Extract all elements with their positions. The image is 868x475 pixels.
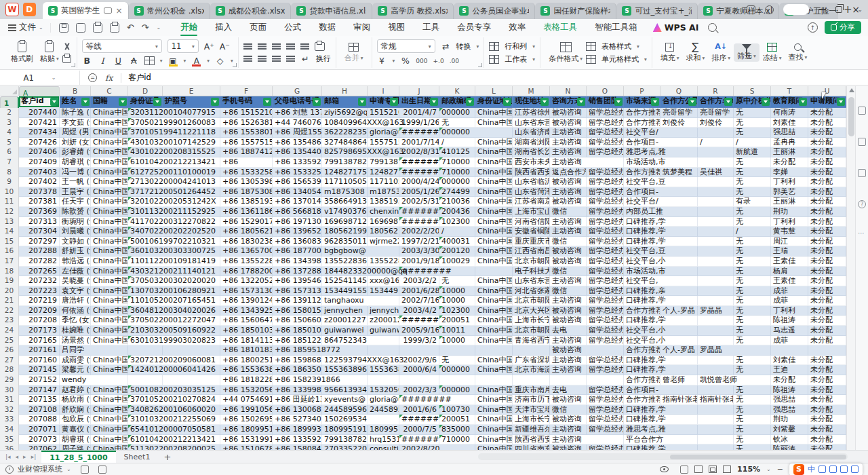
cell-K6[interactable]: 410125	[439, 147, 475, 157]
file-tab[interactable]: S英国留学生×	[43, 2, 129, 19]
cell-Q26[interactable]: 个人-罗晶	[660, 345, 698, 356]
cell-R2[interactable]: 亮哥留学	[698, 108, 734, 118]
cell-P2[interactable]: 合作方推荐	[624, 108, 660, 118]
cell-I9[interactable]: 117110505	[368, 177, 399, 187]
cell-H21[interactable]: tanghaoxu	[322, 296, 368, 306]
cell-F34[interactable]: +86 18099519	[220, 425, 273, 435]
cell-L14[interactable]: China中国	[475, 227, 513, 237]
column-header-R[interactable]: R	[698, 86, 734, 96]
cell-K17[interactable]: 100029	[439, 256, 475, 267]
next-sheet-icon[interactable]: ▸	[23, 453, 26, 460]
filter-dropdown-icon[interactable]	[466, 98, 474, 106]
cell-N33[interactable]: 被动咨询	[550, 415, 587, 425]
cell-H2[interactable]: ziyi5692@q	[322, 108, 368, 118]
cell-S9[interactable]: 无	[734, 177, 771, 187]
horizontal-scrollbar[interactable]	[478, 453, 848, 460]
cell-L28[interactable]: China中国	[475, 365, 513, 375]
cell-O29[interactable]	[587, 375, 624, 385]
cell-F3[interactable]: +86 15263810	[220, 118, 273, 128]
cell-R11[interactable]	[698, 197, 734, 207]
cell-P10[interactable]: 合作项目-	[624, 187, 660, 197]
cell-A11[interactable]: 207381	[19, 197, 60, 207]
cell-G21[interactable]: +86 1391129694	[273, 296, 322, 306]
cell-H17[interactable]: 135522836	[322, 256, 368, 267]
cell-L4[interactable]	[475, 128, 513, 138]
row-header-9[interactable]: 9	[0, 177, 19, 187]
filter-dropdown-icon[interactable]	[313, 98, 321, 106]
cell-G24[interactable]: +86 1850103098	[273, 326, 322, 336]
cell-P8[interactable]: 合作方推荐	[624, 168, 660, 178]
cell-R20[interactable]	[698, 286, 734, 297]
cell-K29[interactable]	[439, 375, 475, 385]
cell-I14[interactable]: 180562199	[368, 227, 399, 237]
add-sheet-button[interactable]: +	[158, 452, 176, 462]
cell-O2[interactable]: 留学总经办	[587, 108, 624, 118]
cell-A34[interactable]: 207071	[19, 425, 60, 435]
export-icon[interactable]	[76, 23, 85, 33]
cell-J5[interactable]: 2001/7/14	[399, 138, 439, 148]
column-header-P[interactable]: P	[624, 86, 660, 96]
cell-G22[interactable]: +86 1580156591	[273, 306, 322, 316]
cell-L33[interactable]: China中国	[475, 415, 513, 425]
cell-K32[interactable]: 100730	[439, 405, 475, 415]
cell-M8[interactable]: 陕西省西安	[513, 168, 550, 178]
cell-B36[interactable]: 周子路 (女	[60, 444, 91, 450]
cell-T7[interactable]: 未分配	[771, 157, 808, 168]
cell-S21[interactable]: 无	[734, 296, 771, 306]
insert-function-icon[interactable]: fx	[105, 73, 113, 83]
cell-L24[interactable]: China中国	[475, 326, 513, 336]
cell-T24[interactable]: 马志遥	[771, 326, 808, 336]
cell-S13[interactable]: 无	[734, 217, 771, 227]
cell-H32[interactable]: 244589596	[322, 405, 368, 415]
column-header-L[interactable]: L	[475, 86, 513, 96]
cell-Q21[interactable]	[660, 296, 698, 306]
header-cell-D1[interactable]: 身份证号	[128, 96, 163, 108]
row-header-3[interactable]: 3	[0, 118, 19, 128]
magnify-selection-icon[interactable]: =	[88, 73, 97, 82]
cell-S6[interactable]: 新航道	[734, 147, 771, 157]
cell-S32[interactable]: 无	[734, 405, 771, 415]
cell-U16[interactable]: 未分配	[808, 246, 846, 256]
tab-页面[interactable]: 页面	[241, 19, 275, 36]
cell-J11[interactable]: 2002/5/31	[399, 197, 439, 207]
cell-L27[interactable]: China中国	[475, 356, 513, 366]
cell-Q13[interactable]	[660, 217, 698, 227]
cell-U14[interactable]: 未分配	[808, 227, 846, 237]
cell-J17[interactable]: 2001/9/18	[399, 256, 439, 267]
close-button[interactable]: ×	[852, 4, 860, 15]
cell-O6[interactable]: 留学总经办	[587, 147, 624, 157]
cell-D17[interactable]: 110112200109181419	[128, 256, 163, 267]
cell-Q12[interactable]	[660, 207, 698, 217]
calendar-icon[interactable]	[858, 107, 866, 115]
cell-M5[interactable]: 湖南省浏阳	[513, 138, 550, 148]
cell-J16[interactable]: 2003/3/30	[399, 246, 439, 256]
cell-N17[interactable]: 被动咨询	[550, 256, 587, 267]
cell-L10[interactable]: China中国	[475, 187, 513, 197]
cell-K4[interactable]: 000000	[439, 128, 475, 138]
column-header-J[interactable]: J	[399, 86, 439, 96]
cell-M18[interactable]: 电子科技大	[513, 267, 550, 277]
column-header-Q[interactable]: Q	[660, 86, 698, 96]
cell-B15[interactable]: 文静如 (女	[60, 237, 91, 247]
cell-B17[interactable]: 韩浩远 (男	[60, 256, 91, 267]
cell-B35[interactable]: 胡睿琪 (女	[60, 435, 91, 445]
cell-K26[interactable]	[439, 345, 475, 356]
cell-G27[interactable]: +86 1598680231	[273, 356, 322, 366]
row-header-10[interactable]: 10	[0, 187, 19, 197]
translate-icon[interactable]	[680, 466, 688, 474]
cell-A24[interactable]: 207173	[19, 326, 60, 336]
filter-dropdown-icon[interactable]	[651, 98, 659, 106]
cell-U26[interactable]	[808, 345, 846, 356]
cell-M30[interactable]: 重庆市南岸	[513, 385, 550, 396]
cell-T30[interactable]: 陈祖涛	[771, 385, 808, 396]
cell-L16[interactable]: China中国	[475, 246, 513, 256]
cell-K35[interactable]: 710000	[439, 435, 475, 445]
cell-T34[interactable]: 刘紫馨	[771, 425, 808, 435]
cell-K9[interactable]: 000000	[439, 177, 475, 187]
cell-R31[interactable]: 指南针张老	[698, 395, 734, 405]
cell-C17[interactable]: China中国	[91, 256, 128, 267]
row-header-27[interactable]: 27	[0, 356, 19, 366]
cell-H7[interactable]: 799138782	[322, 157, 368, 168]
cell-D13[interactable]: 411702200312270822	[128, 217, 163, 227]
cell-A27[interactable]: 207160	[19, 356, 60, 366]
